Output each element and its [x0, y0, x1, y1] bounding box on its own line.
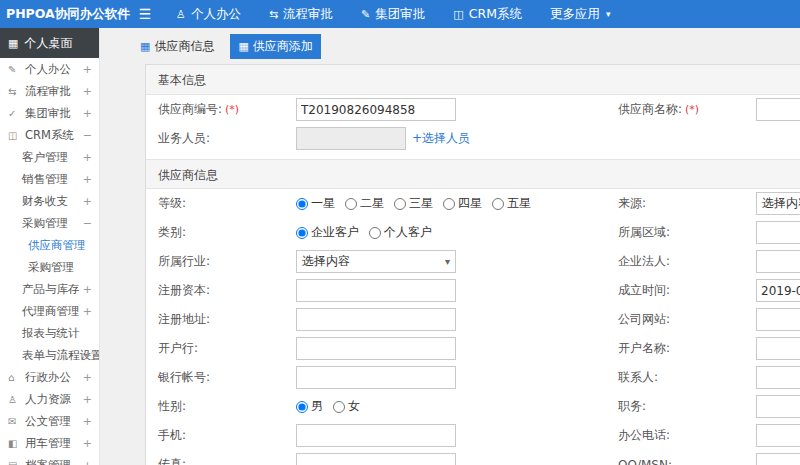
form-row: 开户行:开户名称: [146, 334, 800, 363]
field-cell [296, 337, 606, 360]
radio-option[interactable]: 二星 [345, 195, 384, 212]
sidebar-item-archive-mgmt[interactable]: ▤档案管理+ [0, 454, 99, 465]
radio-option[interactable]: 五星 [492, 195, 531, 212]
sidebar-item-reports-stats[interactable]: 报表与统计 [0, 322, 99, 344]
field-wrap: 企业客户个人客户 [296, 224, 606, 241]
sidebar-item-label: 个人办公 [25, 62, 71, 77]
choose-person-link[interactable]: +选择人员 [412, 130, 470, 147]
text-input[interactable] [756, 250, 800, 273]
pencil-icon: ✎ [8, 64, 20, 75]
field-label: 办公电话: [618, 428, 670, 442]
radio-input[interactable] [369, 227, 381, 239]
text-input[interactable] [756, 424, 800, 447]
expand-toggle-icon[interactable]: + [83, 437, 92, 450]
text-input[interactable] [296, 98, 456, 121]
field-label: 开户行: [158, 341, 198, 355]
sidebar-item-purchase-mgmt[interactable]: 采购管理− [0, 212, 99, 234]
nav-label: 个人办公 [191, 6, 241, 23]
expand-toggle-icon[interactable]: + [83, 107, 92, 120]
expand-toggle-icon[interactable]: + [83, 349, 92, 362]
sidebar-item-human-resources[interactable]: ♙人力资源+ [0, 388, 99, 410]
expand-toggle-icon[interactable]: + [83, 415, 92, 428]
nav-personal-office[interactable]: ♙ 个人办公 [176, 6, 241, 23]
radio-label: 企业客户 [311, 224, 359, 241]
radio-input[interactable] [333, 401, 345, 413]
text-input[interactable] [756, 279, 800, 302]
expand-toggle-icon[interactable]: + [83, 63, 92, 76]
field-label: 来源: [618, 196, 646, 210]
sidebar-item-product-inventory[interactable]: 产品与库存+ [0, 278, 99, 300]
radio-input[interactable] [394, 198, 406, 210]
hamburger-icon[interactable]: ☰ [128, 6, 162, 22]
text-input[interactable] [296, 337, 456, 360]
sidebar-item-finance-mgmt[interactable]: 财务收支+ [0, 190, 99, 212]
sidebar-item-group-approval[interactable]: ✓集团审批+ [0, 102, 99, 124]
radio-input[interactable] [296, 227, 308, 239]
radio-option[interactable]: 女 [333, 398, 360, 415]
radio-input[interactable] [492, 198, 504, 210]
sidebar-item-purchasing[interactable]: 采购管理 [0, 256, 99, 278]
expand-toggle-icon[interactable]: + [83, 371, 92, 384]
tab-supplier-add[interactable]: ▦ 供应商添加 [230, 34, 320, 59]
radio-option[interactable]: 四星 [443, 195, 482, 212]
radio-option[interactable]: 个人客户 [369, 224, 432, 241]
sidebar-item-customer-mgmt[interactable]: 客户管理+ [0, 146, 99, 168]
sidebar-item-form-flow-settings[interactable]: 表单与流程设置+ [0, 344, 99, 366]
text-input[interactable] [296, 279, 456, 302]
sidebar-item-vehicle-mgmt[interactable]: ◧用车管理+ [0, 432, 99, 454]
text-input[interactable] [756, 98, 800, 121]
text-input[interactable] [296, 308, 456, 331]
text-input[interactable] [756, 453, 800, 465]
text-input[interactable] [296, 453, 456, 465]
text-input[interactable] [756, 395, 800, 418]
expand-toggle-icon[interactable]: − [83, 217, 92, 230]
sidebar-item-personal-office[interactable]: ✎个人办公+ [0, 58, 99, 80]
radio-option[interactable]: 三星 [394, 195, 433, 212]
text-input[interactable] [296, 366, 456, 389]
expand-toggle-icon[interactable]: + [83, 283, 92, 296]
radio-option[interactable]: 一星 [296, 195, 335, 212]
radio-input[interactable] [345, 198, 357, 210]
expand-toggle-icon[interactable]: + [83, 393, 92, 406]
sidebar-item-crm-system[interactable]: ◫CRM系统− [0, 124, 99, 146]
radio-input[interactable] [443, 198, 455, 210]
section-title: 供应商信息 [146, 159, 800, 189]
sidebar-item-admin-office[interactable]: ⌂行政办公+ [0, 366, 99, 388]
expand-toggle-icon[interactable]: − [83, 129, 92, 142]
select-dropdown[interactable]: 选择内容▾ [756, 192, 800, 215]
sidebar-item-document-mgmt[interactable]: ✉公文管理+ [0, 410, 99, 432]
expand-toggle-icon[interactable]: + [83, 85, 92, 98]
sidebar-item-agent-mgmt[interactable]: 代理商管理+ [0, 300, 99, 322]
text-input[interactable] [756, 308, 800, 331]
expand-toggle-icon[interactable]: + [83, 173, 92, 186]
expand-toggle-icon[interactable]: + [83, 305, 92, 318]
nav-crm-system[interactable]: ◫ CRM系统 [453, 6, 522, 23]
text-input[interactable] [756, 366, 800, 389]
field-label-cell: 所属行业: [146, 253, 296, 270]
field-wrap [296, 279, 606, 302]
radio-input[interactable] [296, 198, 308, 210]
select-value: 选择内容 [762, 195, 800, 212]
picker-input[interactable] [296, 127, 406, 150]
tab-supplier-info[interactable]: ▦ 供应商信息 [132, 34, 222, 59]
nav-more-apps[interactable]: 更多应用 ▾ [550, 6, 611, 23]
sidebar-item-sales-mgmt[interactable]: 销售管理+ [0, 168, 99, 190]
nav-group-approval[interactable]: ✎ 集团审批 [361, 6, 425, 23]
expand-toggle-icon[interactable]: + [83, 151, 92, 164]
sidebar-item-workflow-approval[interactable]: ⇆流程审批+ [0, 80, 99, 102]
select-dropdown[interactable]: 选择内容▾ [296, 250, 456, 273]
nav-workflow-approval[interactable]: ⇆ 流程审批 [269, 6, 333, 23]
text-input[interactable] [756, 337, 800, 360]
sidebar-item-supplier-mgmt[interactable]: 供应商管理 [0, 234, 99, 256]
field-label: QQ/MSN: [618, 458, 672, 465]
text-input[interactable] [296, 424, 456, 447]
app-window: PHPOA协同办公软件 ☰ ♙ 个人办公 ⇆ 流程审批 ✎ 集团审批 ◫ CRM… [0, 0, 800, 465]
sidebar-item-personal-desktop[interactable]: ▦ 个人桌面 [0, 28, 99, 58]
text-input[interactable] [756, 221, 800, 244]
field-cell [296, 424, 606, 447]
radio-option[interactable]: 男 [296, 398, 323, 415]
radio-option[interactable]: 企业客户 [296, 224, 359, 241]
expand-toggle-icon[interactable]: + [83, 459, 92, 465]
radio-input[interactable] [296, 401, 308, 413]
expand-toggle-icon[interactable]: + [83, 195, 92, 208]
